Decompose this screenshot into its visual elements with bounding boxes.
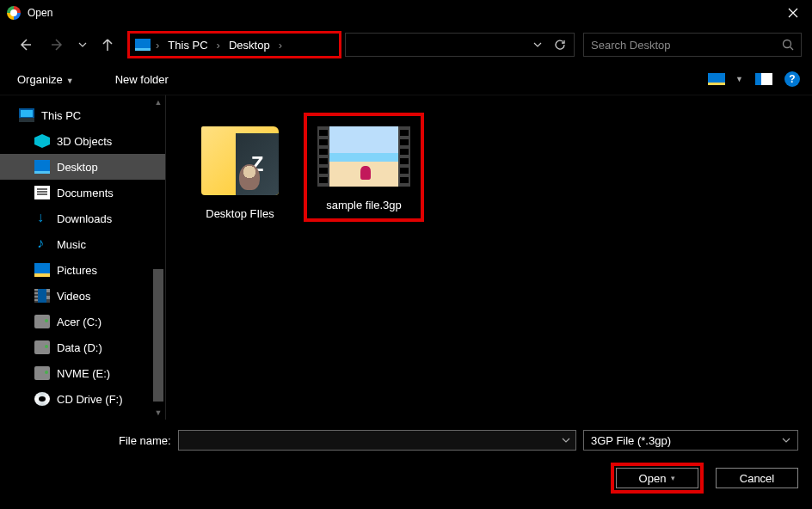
breadcrumb-this-pc[interactable]: This PC <box>164 39 211 52</box>
sidebar-item-pictures[interactable]: Pictures <box>0 257 165 283</box>
docs-icon <box>34 186 50 199</box>
filetype-value: 3GP File (*.3gp) <box>591 434 671 447</box>
address-dropdown[interactable] <box>527 34 548 55</box>
close-button[interactable] <box>773 0 812 26</box>
address-bar-tail <box>345 33 575 57</box>
sidebar-item-downloads[interactable]: Downloads <box>0 205 165 231</box>
videos-icon <box>34 289 50 303</box>
scroll-thumb[interactable] <box>153 269 163 402</box>
scroll-track[interactable] <box>151 109 165 406</box>
drive-icon <box>34 315 50 328</box>
open-button[interactable]: Open ▾ <box>616 468 698 488</box>
file-item-desktop-files[interactable]: ZDesktop FIles <box>180 113 300 227</box>
refresh-button[interactable] <box>550 34 570 55</box>
sidebar-item-label: Acer (C:) <box>57 316 102 328</box>
svg-point-0 <box>784 40 791 48</box>
sidebar-item-nvme-e-[interactable]: NVME (E:) <box>0 360 165 386</box>
sidebar-item-this-pc[interactable]: This PC <box>0 102 165 128</box>
sidebar-item-label: Videos <box>57 290 91 303</box>
chevron-right-icon: › <box>154 39 161 52</box>
search-placeholder: Search Desktop <box>591 39 777 52</box>
sidebar-item-documents[interactable]: Documents <box>0 180 165 205</box>
window-title: Open <box>28 7 52 19</box>
filename-label: File name: <box>119 434 171 447</box>
up-button[interactable] <box>93 32 122 58</box>
folder-icon: Z <box>201 126 279 195</box>
help-button[interactable]: ? <box>784 71 800 87</box>
file-label: Desktop FIles <box>206 207 274 220</box>
chevron-down-icon <box>562 438 570 443</box>
desktop-icon <box>34 160 50 174</box>
video-thumbnail <box>317 126 410 187</box>
filetype-select[interactable]: 3GP File (*.3gp) <box>583 430 798 451</box>
open-label: Open <box>639 472 667 485</box>
sidebar-item-label: This PC <box>41 109 81 122</box>
open-button-highlight: Open ▾ <box>611 463 704 494</box>
titlebar: Open <box>0 0 812 26</box>
chevron-down-icon: ▾ <box>671 474 675 482</box>
recent-dropdown[interactable] <box>76 32 89 58</box>
sidebar-item-data-d-[interactable]: Data (D:) <box>0 334 165 360</box>
sidebar-item-acer-c-[interactable]: Acer (C:) <box>0 309 165 334</box>
sidebar: This PC3D ObjectsDesktopDocumentsDownloa… <box>0 95 165 420</box>
preview-pane-button[interactable] <box>755 73 772 85</box>
sidebar-item-3d-objects[interactable]: 3D Objects <box>0 128 165 154</box>
search-icon <box>782 39 794 51</box>
search-input[interactable]: Search Desktop <box>583 33 802 57</box>
chevron-down-icon: ▼ <box>735 75 743 83</box>
pictures-icon <box>34 263 50 277</box>
sidebar-item-label: Data (D:) <box>57 341 102 354</box>
cd-icon <box>34 392 50 406</box>
organize-label: Organize <box>17 73 63 86</box>
location-icon <box>135 39 151 51</box>
nav-bar: › This PC › Desktop › Search Desktop <box>0 26 812 64</box>
downloads-icon <box>34 212 50 225</box>
file-item-sample-file-3gp[interactable]: sample file.3gp <box>304 113 424 222</box>
file-label: sample file.3gp <box>326 199 401 212</box>
scroll-down-button[interactable]: ▼ <box>151 406 165 420</box>
pc-icon <box>19 108 34 122</box>
scroll-up-button[interactable]: ▲ <box>151 95 165 109</box>
chevron-down-icon <box>782 438 790 443</box>
sidebar-item-videos[interactable]: Videos <box>0 283 165 309</box>
sidebar-item-label: Documents <box>57 187 114 199</box>
address-bar[interactable]: › This PC › Desktop › <box>127 31 341 58</box>
sidebar-item-label: Desktop <box>57 161 98 174</box>
drive-icon <box>34 340 50 354</box>
breadcrumb-desktop[interactable]: Desktop <box>225 39 274 52</box>
back-button[interactable] <box>10 32 40 58</box>
sidebar-item-label: 3D Objects <box>57 135 112 148</box>
sidebar-scrollbar[interactable]: ▲ ▼ <box>151 95 165 420</box>
music-icon <box>34 237 50 251</box>
sidebar-item-label: Downloads <box>57 212 112 225</box>
sidebar-item-cd-drive-f-[interactable]: CD Drive (F:) <box>0 386 165 412</box>
pane-icon <box>755 73 772 85</box>
sidebar-item-desktop[interactable]: Desktop <box>0 154 165 180</box>
toolbar: Organize▼ New folder ▼ ? <box>0 64 812 95</box>
sidebar-item-label: Pictures <box>57 264 97 277</box>
filename-input[interactable] <box>178 430 576 451</box>
sidebar-item-music[interactable]: Music <box>0 231 165 257</box>
organize-menu[interactable]: Organize▼ <box>12 70 79 89</box>
cancel-button-wrap: Cancel <box>716 463 798 494</box>
3d-icon <box>34 134 50 148</box>
sidebar-item-label: NVME (E:) <box>57 367 110 380</box>
sidebar-item-label: CD Drive (F:) <box>57 393 123 406</box>
view-mode-button[interactable]: ▼ <box>708 73 743 85</box>
thumbnail-icon <box>708 73 725 85</box>
dialog-footer: File name: 3GP File (*.3gp) Open ▾ Cance… <box>0 420 812 504</box>
app-icon <box>7 6 21 20</box>
forward-button[interactable] <box>43 32 72 58</box>
sidebar-item-label: Music <box>57 238 86 251</box>
file-list[interactable]: ZDesktop FIlessample file.3gp <box>165 95 812 420</box>
chevron-right-icon: › <box>277 39 284 52</box>
cancel-button[interactable]: Cancel <box>716 468 798 488</box>
chevron-right-icon: › <box>215 39 222 52</box>
chevron-down-icon: ▼ <box>66 77 74 85</box>
drive-icon <box>34 366 50 380</box>
new-folder-button[interactable]: New folder <box>110 70 174 89</box>
